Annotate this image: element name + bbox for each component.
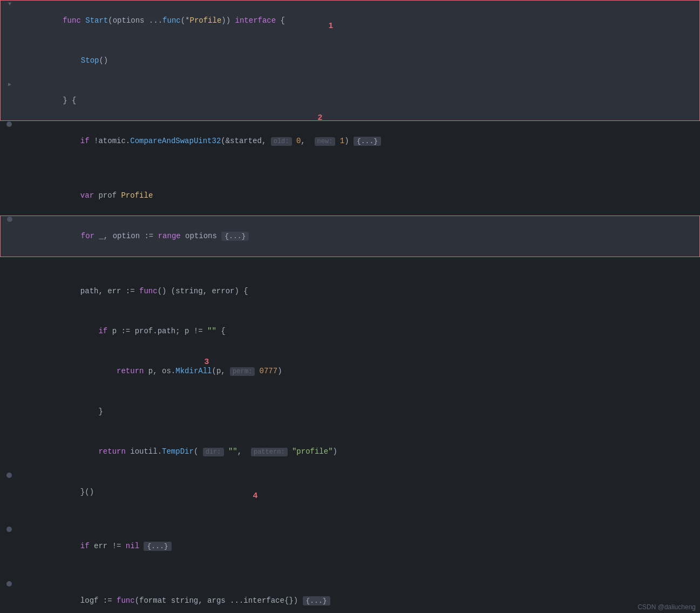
line-content-invoke: }()	[22, 473, 700, 511]
line-content-path-err: path, err := func() (string, error) {	[22, 272, 700, 311]
line-content-if-err: if err != nil {...}	[22, 527, 700, 566]
code-editor: ▼ func Start(options ...func(*Profile)) …	[0, 0, 700, 613]
line-empty-4	[0, 567, 700, 581]
line-content-1: func Start(options ...func(*Profile)) in…	[22, 1, 699, 40]
gutter-invoke	[0, 473, 22, 478]
line-content-empty-2	[22, 258, 700, 271]
line-for-option: for _, option := range options {...}	[0, 215, 700, 257]
line-content-for-option: for _, option := range options {...}	[22, 217, 699, 256]
gutter-if-err	[0, 527, 22, 532]
gutter-3: ▶	[1, 81, 22, 87]
line-3: ▶ } {	[0, 80, 700, 121]
attribution-text: CSDN @daliucheng	[637, 603, 696, 611]
line-if-err: if err != nil {...}	[0, 526, 700, 567]
bottom-bar: CSDN @daliucheng	[633, 601, 700, 613]
gutter-4	[0, 122, 22, 127]
line-logf: logf := func(format string, args ...inte…	[0, 581, 700, 613]
line-content-empty-1	[22, 162, 700, 175]
breakpoint-logf[interactable]	[6, 581, 12, 587]
annotation-3: 3	[205, 356, 209, 366]
line-1: ▼ func Start(options ...func(*Profile)) …	[0, 0, 700, 41]
line-2: Stop()	[0, 41, 700, 80]
annotation-4: 4	[253, 490, 257, 500]
gutter-for-option	[1, 217, 22, 222]
line-content-4: if !atomic.CompareAndSwapUint32(&started…	[22, 122, 700, 161]
line-return-mkdir: return p, os.MkdirAll(p, perm: 0777)	[0, 351, 700, 392]
line-return-tempdir: return ioutil.TempDir( dir: "", pattern:…	[0, 432, 700, 472]
line-content-empty-3	[22, 513, 700, 526]
line-content-if-p: if p := prof.path; p != "" {	[22, 312, 700, 351]
annotation-2: 2	[318, 112, 322, 122]
line-content-close-2: }	[22, 392, 700, 431]
breakpoint-invoke[interactable]	[6, 473, 12, 478]
line-content-empty-4	[22, 567, 700, 580]
line-content-return-mkdir: return p, os.MkdirAll(p, perm: 0777)	[22, 352, 700, 391]
code-content: ▼ func Start(options ...func(*Profile)) …	[0, 0, 700, 613]
line-content-2: Stop()	[22, 41, 699, 80]
line-content-3: } {	[22, 81, 699, 120]
line-close-2: }	[0, 392, 700, 432]
line-empty-1	[0, 161, 700, 176]
gutter-logf	[0, 581, 22, 587]
breakpoint-4[interactable]	[6, 122, 12, 127]
line-path-err: path, err := func() (string, error) {	[0, 271, 700, 311]
line-content-var-prof: var prof Profile	[22, 176, 700, 215]
line-content-return-tempdir: return ioutil.TempDir( dir: "", pattern:…	[22, 432, 700, 471]
breakpoint-if-err[interactable]	[6, 527, 12, 532]
line-content-logf: logf := func(format string, args ...inte…	[22, 581, 700, 613]
line-empty-2	[0, 257, 700, 271]
collapse-icon-1[interactable]: ▼	[8, 1, 11, 7]
breakpoint-for[interactable]	[7, 217, 12, 222]
gutter-1: ▼	[1, 1, 22, 7]
annotation-1: 1	[329, 21, 333, 30]
line-invoke: }()	[0, 472, 700, 512]
line-empty-3	[0, 512, 700, 526]
line-var-prof: var prof Profile	[0, 176, 700, 215]
line-if-p: if p := prof.path; p != "" {	[0, 311, 700, 351]
collapse-icon-3[interactable]: ▶	[8, 81, 11, 87]
line-4: if !atomic.CompareAndSwapUint32(&started…	[0, 121, 700, 161]
